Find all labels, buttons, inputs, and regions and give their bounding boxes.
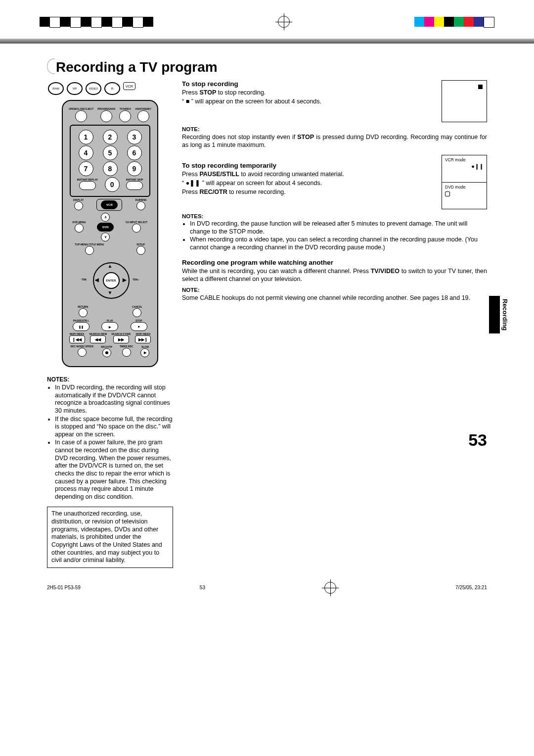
left-notes-heading: NOTES: — [47, 376, 173, 383]
footer-right: 7/25/05, 23:21 — [455, 585, 487, 590]
ram-icon: RAM — [48, 82, 64, 95]
page-number: 53 — [182, 430, 487, 450]
note-label: NOTE: — [182, 126, 487, 132]
body-text: Press REC/OTR to resume recording. — [182, 188, 437, 196]
list-item: In case of a power failure, the pro gram… — [55, 439, 173, 501]
section-heading-stop: To stop recording — [182, 80, 437, 88]
bw-bar-group — [40, 17, 153, 27]
notes-label: NOTES: — [182, 213, 487, 219]
disc-format-icons: RAM VR VIDEO R VCR — [48, 82, 173, 95]
vr-icon: VR — [67, 82, 83, 95]
remote-control-illustration: OPEN/CLOSE EJECT PROGRESSIVE TV/VIDEO ON… — [62, 100, 158, 367]
stop-icon — [478, 85, 483, 89]
page-title: Recording a TV program — [47, 58, 487, 75]
left-notes-list: In DVD recording, the recording will sto… — [47, 384, 173, 501]
body-text: Press PAUSE/STILL to avoid recording unw… — [182, 170, 437, 178]
footer-center: 53 — [200, 585, 205, 590]
body-text: Press STOP to stop recording. — [182, 89, 437, 96]
list-item: If the disc space become full, the recor… — [55, 416, 173, 439]
registration-mark-top — [278, 16, 290, 28]
number-pad: 123 456 789 INSTANT REPLAY 0 INSTANT SKI… — [70, 125, 150, 197]
note-label: NOTE: — [182, 287, 487, 293]
screen-illustration-pause: VCR mode●❙❙ DVD mode — [442, 155, 487, 209]
print-color-bars — [40, 15, 494, 29]
body-text: “ ■ ” will appear on the screen for abou… — [182, 97, 437, 105]
footer-left: 2H5-01 P53-59 — [47, 585, 81, 590]
screen-illustration-stop — [442, 80, 487, 122]
section-tab-recording: Recording — [489, 296, 510, 333]
direction-pad: ▲▼ ◀▶ ENTER -TRK TRK+ — [83, 258, 137, 303]
list-item: When recording onto a video tape, you ca… — [190, 236, 487, 251]
rec-icon — [445, 191, 450, 196]
video-icon: VIDEO — [86, 82, 101, 95]
section2-notes-list: In DVD recording, the pause function wil… — [182, 220, 487, 252]
r-icon: R — [104, 82, 120, 95]
body-text: “ ●❚❚ ” will appear on screen for about … — [182, 179, 437, 187]
color-bar-group — [414, 17, 494, 27]
section-heading-pause: To stop recording temporarily — [182, 162, 437, 169]
vcr-icon: VCR — [123, 82, 135, 90]
section-heading-watch-another: Recording one program while watching ano… — [182, 259, 487, 266]
gradient-strip — [0, 39, 534, 44]
copyright-warning-box: The unauthorized recording, use, distrib… — [47, 507, 173, 567]
pause-icon: ●❙❙ — [471, 163, 484, 170]
body-text: Some CABLE hookups do not permit viewing… — [182, 294, 487, 302]
list-item: In DVD recording, the recording will sto… — [55, 384, 173, 415]
body-text: While the unit is recording, you can wat… — [182, 267, 487, 283]
registration-mark-bottom — [324, 582, 336, 594]
list-item: In DVD recording, the pause function wil… — [190, 220, 487, 236]
body-text: Recording does not stop instantly even i… — [182, 133, 487, 149]
print-footer: 2H5-01 P53-59 53 7/25/05, 23:21 — [0, 578, 534, 604]
